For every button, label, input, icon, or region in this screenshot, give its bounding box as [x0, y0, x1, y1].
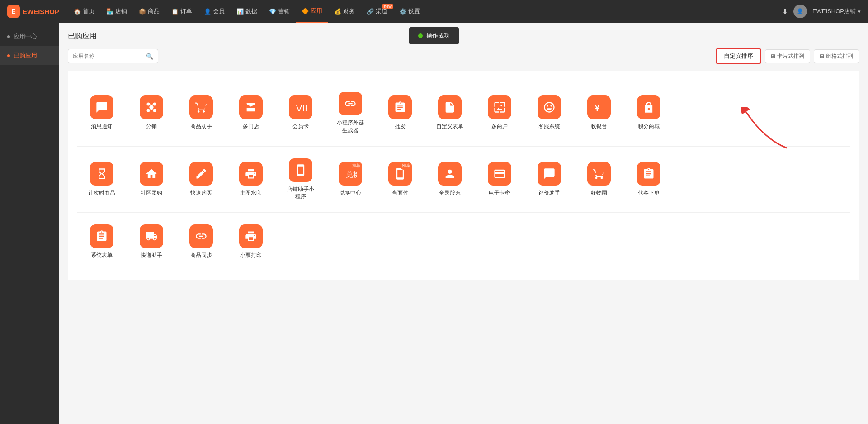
app-icon-wrap [587, 162, 611, 186]
card-view-icon: ⊞ [771, 53, 775, 59]
custom-sort-button[interactable]: 自定义排序 [716, 48, 761, 64]
toast: 操作成功 [409, 27, 459, 44]
app-icon-wrap [538, 95, 561, 119]
app-item[interactable]: 推荐当面付 [375, 151, 425, 208]
toolbar: 🔍 自定义排序 ⊞ 卡片式排列 ⊟ 组格式排列 [68, 48, 859, 64]
nav-item-首页[interactable]: 🏠首页 [68, 0, 100, 23]
app-item[interactable]: 社区团购 [127, 151, 176, 208]
card-view-button[interactable]: ⊞ 卡片式排列 [765, 49, 810, 63]
layout: 应用中心已购应用 操作成功 已购应用 🔍 自定义排序 ⊞ 卡片式排列 [0, 23, 868, 424]
app-item[interactable]: 快递助手 [127, 217, 176, 267]
app-item[interactable]: VIP会员卡 [276, 85, 326, 142]
app-icon-wrap: 推荐 [388, 162, 412, 186]
nav-item-店铺[interactable]: 🏪店铺 [101, 0, 132, 23]
nav-item-商品[interactable]: 📦商品 [133, 0, 165, 23]
app-icon-wrap [637, 162, 660, 186]
app-item[interactable]: 小程序外链生成器 [326, 85, 375, 142]
app-item[interactable]: 好物圈 [574, 151, 624, 208]
shop-name[interactable]: EWEISHOP店铺 ▾ [812, 7, 861, 15]
app-item[interactable]: 客服系统 [524, 85, 574, 142]
sidebar: 应用中心已购应用 [0, 23, 59, 424]
nav-icon: 💰 [334, 8, 341, 15]
app-item[interactable]: 系统表单 [77, 217, 127, 267]
badge-recommend: 推荐 [350, 162, 362, 170]
app-name: 快速购买 [190, 189, 212, 197]
app-icon-wrap [239, 224, 263, 248]
nav-items: 🏠首页🏪店铺📦商品📋订单👤会员📊数据💎营销🔶应用💰财务🔗渠道new⚙️设置 [68, 0, 782, 23]
app-icon-wrap [140, 162, 163, 186]
app-icon-wrap [538, 162, 561, 186]
app-item[interactable]: 快速购买 [176, 151, 226, 208]
sidebar-dot [7, 35, 10, 38]
app-grid-container: 消息通知分销商品助手多门店VIP会员卡小程序外链生成器批发自定义表单多商户客服系… [68, 71, 859, 280]
app-item[interactable]: 店铺助手小程序 [276, 151, 326, 208]
app-item[interactable]: 小票打印 [226, 217, 276, 267]
nav-icon: 🔶 [302, 8, 309, 14]
app-item[interactable]: 积分商城 [624, 85, 674, 142]
search-box[interactable]: 🔍 [68, 49, 158, 63]
nav-icon: 🏪 [106, 8, 113, 15]
app-name: 全民股东 [439, 189, 461, 197]
logo[interactable]: E EWEISHOP [7, 5, 59, 18]
app-name: 收银台 [591, 123, 607, 130]
app-name: 多门店 [243, 123, 259, 130]
app-icon-wrap [189, 95, 213, 119]
grid-view-icon: ⊟ [820, 53, 824, 59]
app-icon-wrap: ¥ [587, 95, 611, 119]
app-icon-wrap [189, 162, 213, 186]
app-name: 自定义表单 [436, 123, 463, 130]
app-name: 会员卡 [292, 123, 309, 130]
app-item[interactable]: 多门店 [226, 85, 276, 142]
nav-icon: ⚙️ [399, 8, 406, 15]
app-name: 代客下单 [638, 189, 660, 197]
app-item[interactable]: 电子卡密 [475, 151, 524, 208]
sidebar-item-0[interactable]: 应用中心 [0, 27, 59, 46]
nav-item-应用[interactable]: 🔶应用 [296, 0, 328, 23]
app-icon-wrap [239, 162, 263, 186]
app-item[interactable]: 消息通知 [77, 85, 127, 142]
app-item[interactable]: 自定义表单 [425, 85, 475, 142]
nav-item-财务[interactable]: 💰财务 [329, 0, 360, 23]
app-item[interactable]: 分销 [127, 85, 176, 142]
app-item[interactable]: 主图水印 [226, 151, 276, 208]
app-item[interactable]: 全民股东 [425, 151, 475, 208]
page-header: 已购应用 [68, 32, 859, 41]
nav-icon: 💎 [269, 8, 276, 15]
app-name: 多商户 [491, 123, 508, 130]
app-row-0: 消息通知分销商品助手多门店VIP会员卡小程序外链生成器批发自定义表单多商户客服系… [77, 80, 850, 147]
app-icon-wrap [488, 95, 511, 119]
nav-item-营销[interactable]: 💎营销 [264, 0, 295, 23]
sidebar-item-1[interactable]: 已购应用 [0, 46, 59, 65]
download-icon[interactable]: ⬇ [782, 7, 788, 16]
nav-item-设置[interactable]: ⚙️设置 [394, 0, 425, 23]
nav-item-数据[interactable]: 📊数据 [231, 0, 263, 23]
app-item[interactable]: 评价助手 [524, 151, 574, 208]
chevron-down-icon: ▾ [858, 8, 861, 15]
search-input[interactable] [73, 53, 143, 59]
app-item[interactable]: 商品同步 [176, 217, 226, 267]
app-item[interactable]: 批发 [375, 85, 425, 142]
app-icon-wrap [140, 224, 163, 248]
svg-text:¥: ¥ [595, 104, 600, 113]
top-nav: E EWEISHOP 🏠首页🏪店铺📦商品📋订单👤会员📊数据💎营销🔶应用💰财务🔗渠… [0, 0, 868, 23]
app-item[interactable]: 兑换推荐兑换中心 [326, 151, 375, 208]
nav-item-订单[interactable]: 📋订单 [166, 0, 198, 23]
app-name: 分销 [146, 123, 157, 130]
app-item[interactable]: 代客下单 [624, 151, 674, 208]
app-item[interactable]: 商品助手 [176, 85, 226, 142]
grid-view-button[interactable]: ⊟ 组格式排列 [814, 49, 859, 63]
avatar[interactable]: 👤 [793, 5, 807, 18]
app-icon-wrap [339, 92, 362, 115]
nav-item-会员[interactable]: 👤会员 [198, 0, 230, 23]
app-name: 消息通知 [91, 123, 113, 130]
app-name: 评价助手 [538, 189, 560, 197]
app-item[interactable]: ¥收银台 [574, 85, 624, 142]
app-name: 好物圈 [591, 189, 607, 197]
search-icon[interactable]: 🔍 [146, 53, 153, 60]
nav-item-渠道[interactable]: 🔗渠道new [361, 0, 393, 23]
badge-recommend: 推荐 [400, 162, 412, 170]
app-item[interactable]: 多商户 [475, 85, 524, 142]
app-item[interactable]: 计次时商品 [77, 151, 127, 208]
main-content: 操作成功 已购应用 🔍 自定义排序 ⊞ 卡片式排列 ⊟ 组格式排列 [59, 23, 868, 424]
app-icon-wrap [90, 95, 113, 119]
